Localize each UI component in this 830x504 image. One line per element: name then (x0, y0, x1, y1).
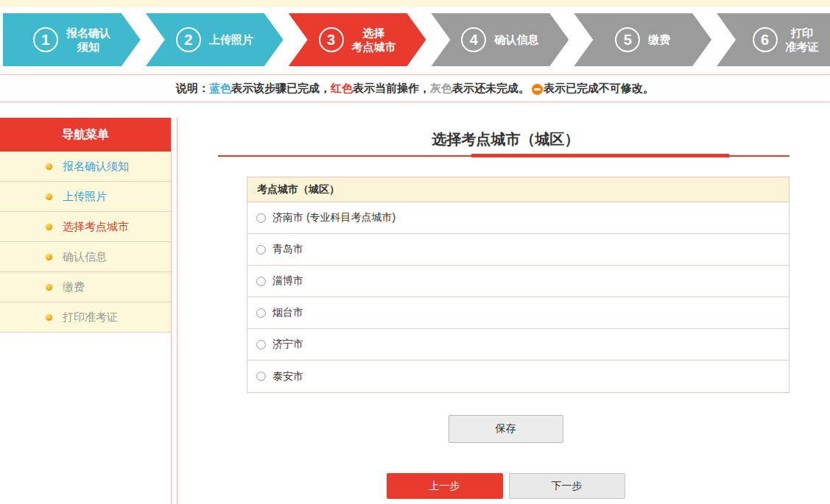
legend-gray-word: 灰色 (430, 82, 452, 96)
legend-bar: 说明： 蓝色 表示该步骤已完成， 红色 表示当前操作， 灰色 表示还未完成。 表… (0, 74, 830, 102)
legend-blue-desc: 表示该步骤已完成， (231, 82, 331, 96)
progress-steps: 1 报名确认 须知 2 上传照片 3 选择 考点城市 4 确认信息 5 缴费 6… (0, 13, 830, 66)
step-2: 2 上传照片 (146, 13, 284, 66)
step-3-number: 3 (319, 27, 344, 52)
legend-red-desc: 表示当前操作， (353, 82, 430, 96)
previous-step-button[interactable]: 上一步 (387, 473, 503, 499)
bullet-icon (46, 224, 52, 230)
step-2-number: 2 (176, 27, 201, 52)
main-content: 选择考点城市（城区） 考点城市（城区） 济南市 (专业科目考点城市) 青岛市 淄… (181, 118, 830, 504)
step-1: 1 报名确认 须知 (3, 13, 141, 66)
table-header: 考点城市（城区） (247, 177, 789, 202)
bullet-icon (46, 284, 52, 291)
sidebar-title: 导航菜单 (0, 118, 171, 152)
radio-button[interactable] (256, 340, 266, 349)
step-5-number: 5 (615, 27, 640, 52)
next-step-button[interactable]: 下一步 (509, 473, 625, 499)
city-option-jinan[interactable]: 济南市 (专业科目考点城市) (247, 202, 789, 234)
step-1-label: 报名确认 须知 (66, 26, 110, 54)
radio-button[interactable] (256, 277, 266, 286)
vertical-divider (177, 118, 177, 504)
step-4-number: 4 (461, 27, 486, 52)
completed-locked-icon (532, 84, 543, 95)
sidebar-item-upload-photo[interactable]: 上传照片 (0, 182, 171, 212)
sidebar-item-print-ticket[interactable]: 打印准考证 (0, 302, 171, 333)
radio-button[interactable] (256, 308, 266, 318)
city-option-zibo[interactable]: 淄博市 (247, 266, 789, 297)
legend-prefix: 说明： (176, 82, 209, 96)
save-row: 保存 (181, 415, 830, 443)
step-4: 4 确认信息 (431, 13, 569, 66)
step-3: 3 选择 考点城市 (289, 13, 426, 66)
bullet-icon (46, 314, 52, 321)
nav-buttons: 上一步 下一步 (181, 473, 830, 499)
step-3-label: 选择 考点城市 (352, 26, 396, 54)
top-strip (0, 0, 830, 7)
radio-button[interactable] (256, 245, 266, 255)
city-option-qingdao[interactable]: 青岛市 (247, 234, 789, 266)
city-option-jining[interactable]: 济宁市 (247, 329, 789, 361)
bullet-icon (46, 194, 52, 200)
sidebar-item-confirm-info[interactable]: 确认信息 (0, 242, 171, 272)
radio-button[interactable] (256, 213, 266, 223)
city-option-yantai[interactable]: 烟台市 (247, 297, 789, 329)
legend-lock-desc: 表示已完成不可修改。 (544, 82, 654, 96)
step-6-label: 打印 准考证 (786, 26, 819, 54)
exam-city-table: 考点城市（城区） 济南市 (专业科目考点城市) 青岛市 淄博市 烟台市 济宁市 (247, 177, 789, 393)
vertical-divider (171, 118, 172, 504)
title-underline (181, 152, 830, 160)
legend-gray-desc: 表示还未完成。 (452, 82, 530, 96)
page: 1 报名确认 须知 2 上传照片 3 选择 考点城市 4 确认信息 5 缴费 6… (0, 0, 830, 504)
legend-red-word: 红色 (331, 82, 353, 96)
step-6-number: 6 (753, 27, 778, 52)
step-5-label: 缴费 (648, 32, 670, 47)
sidebar-item-select-city[interactable]: 选择考点城市 (0, 212, 171, 242)
legend-blue-word: 蓝色 (209, 82, 231, 96)
sidebar-item-confirm-notice[interactable]: 报名确认须知 (0, 152, 171, 182)
city-option-taian[interactable]: 泰安市 (247, 361, 789, 392)
page-title: 选择考点城市（城区） (181, 129, 830, 149)
bullet-icon (46, 163, 52, 170)
step-1-number: 1 (33, 27, 58, 52)
sidebar-item-payment[interactable]: 缴费 (0, 272, 171, 302)
step-6: 6 打印 准考证 (717, 13, 830, 66)
step-5: 5 缴费 (574, 13, 711, 66)
step-2-label: 上传照片 (209, 32, 253, 47)
radio-button[interactable] (256, 372, 266, 381)
save-button[interactable]: 保存 (449, 415, 563, 443)
step-4-label: 确认信息 (494, 32, 538, 47)
nav-sidebar: 导航菜单 报名确认须知 上传照片 选择考点城市 确认信息 缴费 打印准考证 (0, 118, 171, 333)
bullet-icon (46, 254, 52, 260)
